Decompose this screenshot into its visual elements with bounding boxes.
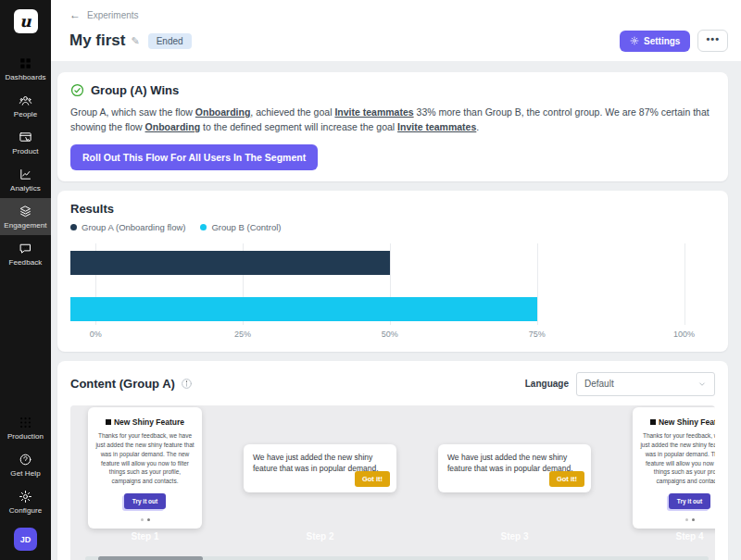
chevron-down-icon — [697, 380, 707, 389]
sidebar-spacer — [0, 272, 51, 402]
x-tick-label: 50% — [382, 330, 398, 339]
got-it-button[interactable]: Got it! — [355, 471, 390, 487]
winner-description-text: . — [476, 121, 479, 132]
winner-description-emphasis: Invite teammates — [334, 106, 413, 118]
pagination-dot — [685, 518, 688, 521]
analytics-icon — [19, 168, 32, 181]
legend-label: Group A (Onboarding flow) — [82, 222, 185, 232]
results-card: Results Group A (Onboarding flow)Group B… — [57, 191, 728, 352]
winner-description-text: Group A, which saw the flow — [70, 106, 195, 118]
content-title: Content (Group A) — [70, 377, 175, 391]
sidebar-item-engagement[interactable]: Engagement — [0, 198, 51, 235]
language-label: Language — [525, 379, 569, 389]
app-logo[interactable]: u — [14, 9, 38, 33]
feedback-icon — [19, 242, 32, 255]
modal-pagination-dots — [141, 518, 150, 521]
bar-group-a — [70, 251, 390, 275]
edit-title-icon[interactable]: ✎ — [131, 35, 139, 47]
carousel-scrollbar-track[interactable] — [85, 556, 709, 560]
sidebar-nav-bottom: ProductionGet HelpConfigure — [0, 409, 51, 520]
status-badge: Ended — [148, 33, 192, 49]
x-tick-label: 0% — [90, 330, 102, 339]
sidebar-item-label: Feedback — [9, 258, 43, 267]
legend-dot-icon — [70, 224, 77, 230]
sidebar-item-people[interactable]: People — [0, 87, 51, 124]
modal-title-text: New Shiny Feature — [659, 417, 715, 427]
settings-button-label: Settings — [644, 36, 680, 46]
user-avatar[interactable]: JD — [14, 528, 37, 551]
title-row: My first ✎ Ended Settings ••• — [69, 30, 728, 52]
sidebar-item-label: Get Help — [10, 469, 40, 478]
sidebar-item-production[interactable]: Production — [0, 409, 51, 446]
try-it-out-button[interactable]: Try it out — [124, 493, 166, 509]
pagination-dot — [141, 518, 144, 521]
slide-preview-holder: We have just added the new shiny feature… — [438, 413, 591, 524]
tooltip-preview: We have just added the new shiny feature… — [438, 444, 591, 492]
more-actions-button[interactable]: ••• — [697, 30, 728, 52]
page-content: Group (A) Wins Group A, which saw the fl… — [51, 61, 741, 560]
chart-legend: Group A (Onboarding flow)Group B (Contro… — [70, 222, 715, 232]
try-it-out-button[interactable]: Try it out — [669, 493, 710, 509]
winner-description-emphasis: Invite teammates — [397, 121, 476, 132]
winner-description-emphasis: Onboarding — [195, 106, 251, 118]
help-icon — [19, 453, 32, 467]
got-it-button[interactable]: Got it! — [549, 471, 584, 487]
carousel-slide: New Shiny FeatureThanks for your feedbac… — [633, 413, 715, 541]
results-title: Results — [70, 202, 715, 216]
configure-icon — [19, 490, 32, 504]
bar-group-b — [70, 297, 537, 321]
sidebar-item-dashboards[interactable]: Dashboards — [0, 50, 51, 87]
winner-description-emphasis: Onboarding — [145, 121, 201, 132]
carousel-scrollbar-thumb[interactable] — [98, 556, 203, 560]
sidebar-item-get-help[interactable]: Get Help — [0, 446, 51, 483]
sidebar-item-configure[interactable]: Configure — [0, 483, 51, 520]
step-label: Step 2 — [244, 531, 396, 541]
bar-chart — [70, 243, 715, 325]
carousel-slides: New Shiny FeatureThanks for your feedbac… — [88, 413, 715, 541]
people-icon — [19, 93, 32, 107]
sidebar: u DashboardsPeopleProductAnalyticsEngage… — [0, 0, 51, 560]
sidebar-item-label: People — [14, 110, 38, 118]
slide-preview-holder: New Shiny FeatureThanks for your feedbac… — [633, 413, 715, 524]
breadcrumb-experiments[interactable]: Experiments — [87, 10, 139, 20]
winner-card: Group (A) Wins Group A, which saw the fl… — [57, 72, 728, 181]
tooltip-preview: We have just added the new shiny feature… — [244, 444, 396, 492]
topbar: ← Experiments My first ✎ Ended Settings … — [51, 0, 741, 61]
modal-preview-body: Thanks for your feedback, we have just a… — [95, 431, 195, 486]
breadcrumb: ← Experiments — [69, 8, 728, 21]
sidebar-item-analytics[interactable]: Analytics — [0, 161, 51, 198]
info-icon[interactable] — [181, 378, 193, 390]
chart-gridline — [537, 243, 538, 325]
pagination-dot-active — [147, 518, 150, 521]
pagination-dot-active — [692, 518, 695, 521]
sidebar-nav: DashboardsPeopleProductAnalyticsEngageme… — [0, 50, 51, 272]
sidebar-item-label: Analytics — [10, 184, 41, 193]
chart-gridline — [684, 243, 685, 325]
dashboards-icon — [19, 56, 32, 70]
sidebar-item-feedback[interactable]: Feedback — [0, 235, 51, 272]
winner-description-text: to the defined segment will increase the… — [200, 121, 397, 132]
black-square-icon — [650, 419, 656, 425]
product-icon — [19, 131, 32, 144]
black-square-icon — [106, 419, 111, 425]
sidebar-item-product[interactable]: Product — [0, 124, 51, 161]
modal-preview: New Shiny FeatureThanks for your feedbac… — [633, 407, 715, 529]
slide-preview-holder: New Shiny FeatureThanks for your feedbac… — [88, 413, 202, 524]
rollout-button[interactable]: Roll Out This Flow For All Users In The … — [70, 144, 318, 170]
step-label: Step 3 — [438, 531, 591, 541]
step-label: Step 4 — [633, 531, 715, 541]
content-card: Content (Group A) Language Default New S… — [57, 361, 728, 560]
language-select-value: Default — [584, 379, 614, 389]
carousel-slide: New Shiny FeatureThanks for your feedbac… — [88, 413, 202, 541]
gear-icon — [630, 36, 639, 45]
settings-button[interactable]: Settings — [620, 31, 690, 52]
back-arrow-icon[interactable]: ← — [69, 8, 81, 21]
modal-preview-body: Thanks for your feedback, we have just a… — [640, 431, 715, 486]
x-tick-label: 100% — [673, 330, 695, 339]
chart-x-axis: 0%25%50%75%100% — [70, 330, 715, 341]
legend-dot-icon — [200, 224, 207, 230]
steps-carousel: New Shiny FeatureThanks for your feedbac… — [70, 405, 715, 560]
slide-preview-holder: We have just added the new shiny feature… — [244, 413, 396, 524]
language-select[interactable]: Default — [576, 372, 715, 396]
modal-pagination-dots — [685, 518, 695, 521]
